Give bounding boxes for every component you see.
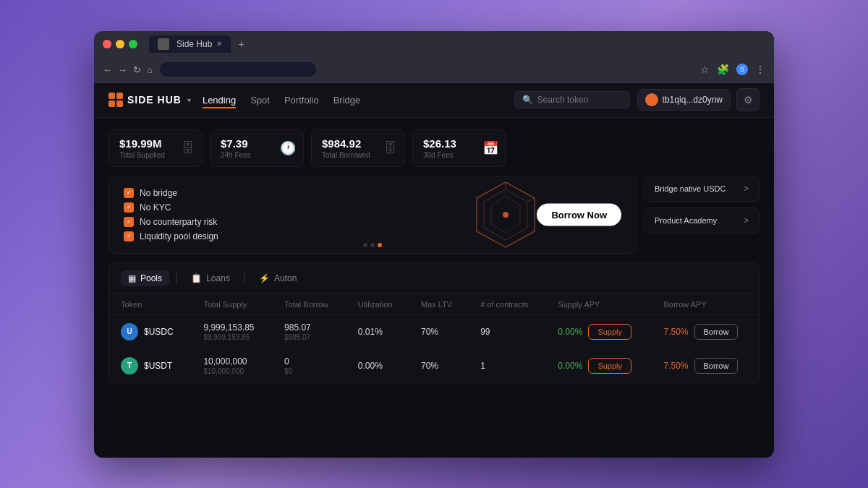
borrow-apy-cell-usdc: 7.50% Borrow xyxy=(663,324,747,340)
supply-usdc: 9,999,153.85 $9,999,153.85 xyxy=(192,314,273,348)
logo-text: SIDE HUB xyxy=(127,94,182,106)
apy-cell-usdc: 0.00% Supply xyxy=(558,324,640,340)
nav-portfolio[interactable]: Portfolio xyxy=(284,92,319,108)
logo: SIDE HUB ▾ xyxy=(109,93,191,107)
borrow-button-usdt[interactable]: Borrow xyxy=(694,358,739,374)
search-icon: 🔍 xyxy=(522,95,533,105)
tab-pools-label: Pools xyxy=(140,273,162,283)
top-nav: SIDE HUB ▾ Lending Spot Portfolio Bridge… xyxy=(94,83,774,118)
stat-total-borrowed: $984.92 Total Borrowed 🗄 xyxy=(311,129,405,167)
banner-dots xyxy=(363,243,382,247)
maximize-traffic-light[interactable] xyxy=(129,40,137,48)
banner-dot-1[interactable] xyxy=(363,243,367,247)
extension-icon[interactable]: 🧩 xyxy=(717,64,729,75)
banner-graphic xyxy=(462,176,549,253)
app-content: SIDE HUB ▾ Lending Spot Portfolio Bridge… xyxy=(94,83,774,458)
product-academy-label: Product Academy xyxy=(655,216,717,225)
tab-sep-1: | xyxy=(175,272,178,285)
contracts-usdt: 1 xyxy=(469,348,546,382)
stat-value-supplied: $19.99M xyxy=(119,137,192,150)
browser-tab[interactable]: Side Hub ✕ xyxy=(149,35,231,53)
utilization-usdt: 0.00% xyxy=(346,348,409,382)
hex-decoration-svg xyxy=(469,179,542,251)
logo-dot-2 xyxy=(116,93,123,99)
logo-dot-3 xyxy=(109,100,115,107)
close-traffic-light[interactable] xyxy=(103,40,111,48)
tab-loans[interactable]: 📋 Loans xyxy=(184,270,237,286)
svg-line-5 xyxy=(527,198,535,202)
col-max-ltv: Max LTV xyxy=(409,294,469,315)
token-cell-inner-usdt: T $USDT xyxy=(121,357,180,374)
token-name-usdt: $USDT xyxy=(144,361,172,371)
refresh-button[interactable]: ↻ xyxy=(133,64,141,75)
stat-icon-borrowed: 🗄 xyxy=(384,140,397,155)
tab-auton[interactable]: ⚡ Auton xyxy=(252,270,304,286)
borrow-value-usdc: 985.07 xyxy=(284,322,311,333)
nav-bridge[interactable]: Bridge xyxy=(333,92,361,108)
new-tab-button[interactable]: + xyxy=(234,37,248,51)
stats-row: $19.99M Total Supplied 🗄 $7.39 24h Fees … xyxy=(109,129,760,167)
col-contracts: # of contracts xyxy=(469,294,546,315)
check-icon-bridge: ✓ xyxy=(124,188,134,198)
borrow-value-usdt: 0 xyxy=(284,356,289,367)
wallet-button[interactable]: tb1qiq...dz0ynw xyxy=(637,89,731,111)
home-button[interactable]: ⌂ xyxy=(147,64,153,75)
bookmark-icon[interactable]: ☆ xyxy=(700,64,710,75)
supply-apy-usdc: 0.00% Supply xyxy=(546,314,652,348)
stat-icon-24h: 🕐 xyxy=(280,140,296,156)
forward-button[interactable]: → xyxy=(118,64,127,75)
wallet-address: tb1qiq...dz0ynw xyxy=(663,95,723,105)
settings-button[interactable]: ⚙ xyxy=(736,88,760,111)
borrow-apy-cell-usdt: 7.50% Borrow xyxy=(663,358,747,374)
banner-dot-2[interactable] xyxy=(370,243,375,247)
feature-no-counterparty: ✓ No counterparty risk xyxy=(124,217,218,227)
borrow-button-usdc[interactable]: Borrow xyxy=(694,324,739,340)
minimize-traffic-light[interactable] xyxy=(116,40,124,48)
borrow-apy-value-usdt: 7.50% xyxy=(663,361,688,371)
menu-icon[interactable]: ⋮ xyxy=(755,64,765,75)
supply-button-usdt[interactable]: Supply xyxy=(588,358,631,374)
feature-label-counterparty: No counterparty risk xyxy=(140,217,217,227)
banner-features: ✓ No bridge ✓ No KYC ✓ No counterparty r… xyxy=(124,188,218,241)
supply-button-usdc[interactable]: Supply xyxy=(588,324,631,340)
stat-30d-fees: $26.13 30d Fees 📅 xyxy=(412,129,506,167)
feature-no-kyc: ✓ No KYC xyxy=(124,202,218,213)
loans-icon: 📋 xyxy=(191,273,202,283)
supply-value-usdc: 9,999,153.85 xyxy=(203,322,254,333)
profile-icon[interactable]: S xyxy=(736,64,748,75)
search-input[interactable] xyxy=(537,95,646,105)
main-nav: Lending Spot Portfolio Bridge xyxy=(203,92,360,108)
back-button[interactable]: ← xyxy=(103,64,112,75)
logo-icon xyxy=(109,93,123,107)
banner-section: ✓ No bridge ✓ No KYC ✓ No counterparty r… xyxy=(109,176,760,254)
nav-lending[interactable]: Lending xyxy=(203,92,236,108)
token-search[interactable]: 🔍 / xyxy=(514,91,630,108)
tab-loans-label: Loans xyxy=(206,273,230,283)
stat-icon-30d: 📅 xyxy=(482,140,498,156)
address-bar-row: ← → ↻ ⌂ ☆ 🧩 S ⋮ xyxy=(94,57,774,83)
table-header-row: Token Total Supply Total Borrow Utilizat… xyxy=(109,294,759,315)
supply-apy-value-usdt: 0.00% xyxy=(558,361,582,371)
banner-dot-3[interactable] xyxy=(378,243,382,247)
ltv-usdt: 70% xyxy=(409,348,469,382)
token-cell-inner-usdc: U $USDC xyxy=(121,323,180,341)
address-bar[interactable] xyxy=(158,61,318,78)
token-cell-usdt: T $USDT xyxy=(109,348,192,382)
product-academy-card[interactable]: Product Academy > xyxy=(644,207,760,234)
tab-pools[interactable]: ▦ Pools xyxy=(121,270,169,286)
bridge-usdc-card[interactable]: Bridge native USDC > xyxy=(644,176,760,202)
col-token: Token xyxy=(109,294,192,315)
borrow-now-button[interactable]: Borrow Now xyxy=(537,203,621,226)
utilization-usdc: 0.01% xyxy=(346,314,409,348)
feature-no-bridge: ✓ No bridge xyxy=(124,188,218,198)
feature-label-liquidity: Liquidity pool design xyxy=(140,231,218,241)
borrow-apy-value-usdc: 7.50% xyxy=(663,327,688,337)
tab-sep-2: | xyxy=(243,272,246,285)
borrow-apy-usdc: 7.50% Borrow xyxy=(652,314,759,348)
supply-usdt: 10,000,000 $10,000,000 xyxy=(192,348,273,382)
logo-chevron-icon[interactable]: ▾ xyxy=(187,96,191,104)
nav-spot[interactable]: Spot xyxy=(250,92,270,108)
supply-sub-usdc: $9,999,153.85 xyxy=(203,333,261,341)
tab-close-icon[interactable]: ✕ xyxy=(216,40,222,48)
token-icon-usdc: U xyxy=(121,323,138,341)
